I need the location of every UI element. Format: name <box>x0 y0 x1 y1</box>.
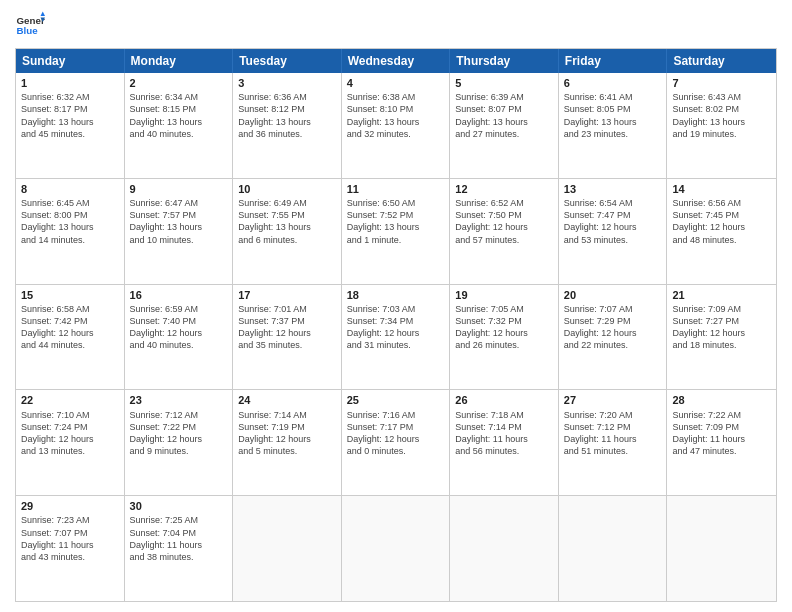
cell-line: Sunrise: 6:47 AM <box>130 197 228 209</box>
cell-line: Daylight: 13 hours <box>238 221 336 233</box>
day-header-friday: Friday <box>559 49 668 73</box>
cell-line: Sunrise: 6:38 AM <box>347 91 445 103</box>
cell-line: Daylight: 12 hours <box>347 327 445 339</box>
svg-text:General: General <box>17 15 46 26</box>
cell-line: Sunset: 7:32 PM <box>455 315 553 327</box>
cell-line: Sunset: 8:12 PM <box>238 103 336 115</box>
cell-line: Sunrise: 7:10 AM <box>21 409 119 421</box>
day-number: 12 <box>455 182 553 196</box>
cell-line: and 47 minutes. <box>672 445 771 457</box>
cell-line: and 13 minutes. <box>21 445 119 457</box>
day-cell-25: 25Sunrise: 7:16 AMSunset: 7:17 PMDayligh… <box>342 390 451 495</box>
cell-line: and 10 minutes. <box>130 234 228 246</box>
day-number: 7 <box>672 76 771 90</box>
day-cell-13: 13Sunrise: 6:54 AMSunset: 7:47 PMDayligh… <box>559 179 668 284</box>
day-cell-24: 24Sunrise: 7:14 AMSunset: 7:19 PMDayligh… <box>233 390 342 495</box>
day-cell-30: 30Sunrise: 7:25 AMSunset: 7:04 PMDayligh… <box>125 496 234 601</box>
cell-line: Daylight: 13 hours <box>238 116 336 128</box>
day-number: 28 <box>672 393 771 407</box>
cell-line: Sunset: 7:19 PM <box>238 421 336 433</box>
cell-line: and 31 minutes. <box>347 339 445 351</box>
calendar: SundayMondayTuesdayWednesdayThursdayFrid… <box>15 48 777 602</box>
cell-line: and 35 minutes. <box>238 339 336 351</box>
cell-line: Daylight: 12 hours <box>347 433 445 445</box>
cell-line: Daylight: 13 hours <box>672 116 771 128</box>
cell-line: and 1 minute. <box>347 234 445 246</box>
cell-line: Daylight: 12 hours <box>672 221 771 233</box>
cell-line: Daylight: 12 hours <box>238 327 336 339</box>
cell-line: Sunrise: 7:20 AM <box>564 409 662 421</box>
cell-line: Sunset: 7:45 PM <box>672 209 771 221</box>
cell-line: Sunrise: 7:25 AM <box>130 514 228 526</box>
cell-line: Sunset: 7:17 PM <box>347 421 445 433</box>
cell-line: Sunset: 7:24 PM <box>21 421 119 433</box>
day-cell-10: 10Sunrise: 6:49 AMSunset: 7:55 PMDayligh… <box>233 179 342 284</box>
day-number: 24 <box>238 393 336 407</box>
day-header-sunday: Sunday <box>16 49 125 73</box>
day-number: 13 <box>564 182 662 196</box>
cell-line: Sunset: 7:57 PM <box>130 209 228 221</box>
cell-line: Sunset: 7:27 PM <box>672 315 771 327</box>
day-number: 18 <box>347 288 445 302</box>
day-cell-26: 26Sunrise: 7:18 AMSunset: 7:14 PMDayligh… <box>450 390 559 495</box>
calendar-header: SundayMondayTuesdayWednesdayThursdayFrid… <box>16 49 776 73</box>
cell-line: Sunrise: 7:12 AM <box>130 409 228 421</box>
calendar-row-3: 15Sunrise: 6:58 AMSunset: 7:42 PMDayligh… <box>16 285 776 391</box>
cell-line: Sunset: 7:22 PM <box>130 421 228 433</box>
cell-line: and 5 minutes. <box>238 445 336 457</box>
cell-line: Daylight: 11 hours <box>455 433 553 445</box>
day-number: 10 <box>238 182 336 196</box>
cell-line: Sunset: 7:42 PM <box>21 315 119 327</box>
cell-line: and 48 minutes. <box>672 234 771 246</box>
cell-line: Sunrise: 7:01 AM <box>238 303 336 315</box>
cell-line: Daylight: 13 hours <box>455 116 553 128</box>
cell-line: and 26 minutes. <box>455 339 553 351</box>
cell-line: Sunset: 8:02 PM <box>672 103 771 115</box>
day-number: 5 <box>455 76 553 90</box>
day-cell-empty <box>450 496 559 601</box>
cell-line: Daylight: 12 hours <box>455 327 553 339</box>
logo: General Blue <box>15 10 45 40</box>
day-cell-1: 1Sunrise: 6:32 AMSunset: 8:17 PMDaylight… <box>16 73 125 178</box>
cell-line: Sunrise: 6:54 AM <box>564 197 662 209</box>
day-number: 26 <box>455 393 553 407</box>
cell-line: and 14 minutes. <box>21 234 119 246</box>
cell-line: and 40 minutes. <box>130 339 228 351</box>
cell-line: and 56 minutes. <box>455 445 553 457</box>
cell-line: Daylight: 13 hours <box>564 116 662 128</box>
cell-line: Sunrise: 7:18 AM <box>455 409 553 421</box>
cell-line: Daylight: 12 hours <box>455 221 553 233</box>
day-number: 15 <box>21 288 119 302</box>
cell-line: and 45 minutes. <box>21 128 119 140</box>
cell-line: and 22 minutes. <box>564 339 662 351</box>
day-cell-20: 20Sunrise: 7:07 AMSunset: 7:29 PMDayligh… <box>559 285 668 390</box>
cell-line: and 57 minutes. <box>455 234 553 246</box>
day-number: 21 <box>672 288 771 302</box>
day-cell-empty <box>667 496 776 601</box>
cell-line: and 36 minutes. <box>238 128 336 140</box>
cell-line: Sunrise: 6:34 AM <box>130 91 228 103</box>
cell-line: Daylight: 12 hours <box>564 221 662 233</box>
cell-line: Sunset: 8:10 PM <box>347 103 445 115</box>
cell-line: Daylight: 11 hours <box>564 433 662 445</box>
day-header-saturday: Saturday <box>667 49 776 73</box>
cell-line: Daylight: 13 hours <box>347 116 445 128</box>
calendar-row-5: 29Sunrise: 7:23 AMSunset: 7:07 PMDayligh… <box>16 496 776 601</box>
svg-text:Blue: Blue <box>17 25 39 36</box>
cell-line: Sunrise: 7:05 AM <box>455 303 553 315</box>
cell-line: Sunset: 8:05 PM <box>564 103 662 115</box>
calendar-row-2: 8Sunrise: 6:45 AMSunset: 8:00 PMDaylight… <box>16 179 776 285</box>
day-header-monday: Monday <box>125 49 234 73</box>
cell-line: Sunrise: 6:36 AM <box>238 91 336 103</box>
cell-line: Sunset: 7:04 PM <box>130 527 228 539</box>
cell-line: Sunrise: 7:09 AM <box>672 303 771 315</box>
day-number: 2 <box>130 76 228 90</box>
day-cell-29: 29Sunrise: 7:23 AMSunset: 7:07 PMDayligh… <box>16 496 125 601</box>
cell-line: Sunrise: 6:52 AM <box>455 197 553 209</box>
cell-line: Sunrise: 7:14 AM <box>238 409 336 421</box>
day-number: 19 <box>455 288 553 302</box>
day-header-tuesday: Tuesday <box>233 49 342 73</box>
cell-line: Daylight: 11 hours <box>130 539 228 551</box>
day-number: 11 <box>347 182 445 196</box>
cell-line: Daylight: 12 hours <box>672 327 771 339</box>
